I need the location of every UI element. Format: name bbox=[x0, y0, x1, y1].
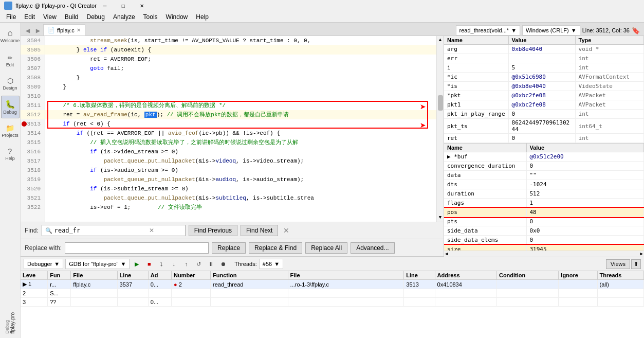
menu-debug[interactable]: Debug bbox=[83, 12, 109, 22]
var-row[interactable]: *pkt@0xbc2fe08AVPacket bbox=[444, 91, 644, 100]
tabbar: ◀ ▶ 📄 ffplay.c ✕ read_thread(void...* ▼ … bbox=[21, 23, 644, 36]
minimize-button[interactable]: ─ bbox=[97, 1, 113, 10]
replace-input[interactable] bbox=[68, 244, 181, 252]
sidebar-item-debug[interactable]: 🐛 Debug bbox=[1, 96, 20, 118]
app-icon bbox=[4, 2, 12, 10]
views-expand-button[interactable]: ⬆ bbox=[631, 259, 641, 269]
menu-build[interactable]: Build bbox=[61, 12, 83, 22]
var-row[interactable]: flags1 bbox=[444, 199, 644, 208]
menu-edit[interactable]: Edit bbox=[20, 12, 39, 22]
var-row[interactable]: pts0 bbox=[444, 217, 644, 226]
menu-view[interactable]: View bbox=[39, 12, 61, 22]
project-label[interactable]: ffplay-pro Debug bbox=[5, 312, 15, 334]
var-row[interactable]: dts-1024 bbox=[444, 180, 644, 189]
dbg-record-btn[interactable]: ⏺ bbox=[218, 259, 228, 269]
var-row[interactable]: *ic@0x51c6980AVFormatContext bbox=[444, 73, 644, 82]
sidebar-item-edit[interactable]: ✏ Edit bbox=[1, 48, 20, 71]
location-label: Line: 3512, Col: 36 bbox=[582, 27, 630, 33]
find-previous-button[interactable]: Find Previous bbox=[189, 225, 237, 236]
views-button[interactable]: Views bbox=[606, 259, 630, 269]
bp-row-3[interactable]: 3 ?? 0... bbox=[21, 298, 644, 307]
code-view[interactable]: stream_seek(is, start_time != AV_NOPTS_V… bbox=[45, 36, 436, 222]
var-row[interactable]: convergence_duration0 bbox=[444, 162, 644, 171]
encoding-dropdown[interactable]: Windows (CRLF) ▼ bbox=[522, 25, 580, 35]
gdb-dropdown-arrow: ▼ bbox=[120, 261, 126, 267]
dbg-step-over-btn[interactable]: ⤵ bbox=[156, 259, 167, 269]
debugger-dropdown[interactable]: Debugger ▼ bbox=[24, 259, 63, 269]
var-row[interactable]: ▶ *buf@0x51c2e00 bbox=[444, 152, 644, 162]
dbg-step-out-btn[interactable]: ↑ bbox=[181, 259, 191, 269]
bp-col-address: Address bbox=[435, 271, 496, 280]
add-bookmark-btn[interactable]: 🔖 bbox=[632, 27, 640, 34]
code-line-3517: packet_queue_put_nullpacket(&is->videoq,… bbox=[45, 156, 436, 166]
title-text: ffplay.c @ ffplay-pro - Qt Creator bbox=[15, 3, 97, 9]
var-row-pos[interactable]: pos48 bbox=[444, 208, 644, 217]
vertical-scrollbar[interactable]: ▲ ▼ bbox=[436, 36, 444, 222]
sidebar-item-design[interactable]: ⬡ Design bbox=[1, 72, 20, 95]
find-bar: Find: 🔍 ✕ Find Previous Find Next ✕ bbox=[21, 222, 444, 239]
replace-button[interactable]: Replace bbox=[212, 242, 246, 254]
code-line-3521: packet_queue_put_nullpacket(&is->subtitl… bbox=[45, 193, 436, 203]
code-line-3516: if (is->video_stream >= 0) bbox=[45, 147, 436, 156]
var-row[interactable]: side_data_elems0 bbox=[444, 236, 644, 245]
find-next-button[interactable]: Find Next bbox=[241, 225, 278, 236]
menu-tools[interactable]: Tools bbox=[139, 12, 162, 22]
dbg-continue-btn[interactable]: ▶ bbox=[132, 259, 142, 269]
find-close-btn[interactable]: ✕ bbox=[283, 226, 289, 235]
var-row[interactable]: side_data0x0 bbox=[444, 226, 644, 236]
col-name: Name bbox=[444, 36, 508, 45]
menu-analyze[interactable]: Analyze bbox=[109, 12, 139, 22]
bp-col-ad: Ad bbox=[148, 271, 171, 280]
bottom-variables-section: Name Value ▶ *buf@0x51c2e00 convergence_… bbox=[444, 144, 644, 257]
bp-col-function: Function bbox=[211, 271, 288, 280]
replace-label: Replace with: bbox=[25, 244, 62, 252]
sidebar-item-help[interactable]: ? Help bbox=[1, 143, 20, 166]
var-row[interactable]: i5int bbox=[444, 63, 644, 73]
code-line-3520: if (is->subtitle_stream >= 0) bbox=[45, 184, 436, 193]
var-row[interactable]: errint bbox=[444, 54, 644, 63]
gdb-dropdown[interactable]: GDB for "ffplay-pro" ▼ bbox=[65, 259, 130, 269]
find-clear-btn[interactable]: ✕ bbox=[149, 227, 154, 234]
thread-value: #56 bbox=[263, 261, 272, 267]
tab-nav-back[interactable]: ◀ bbox=[23, 25, 33, 35]
var-row[interactable]: pkt1@0xbc2fe08AVPacket bbox=[444, 100, 644, 110]
thread-dropdown[interactable]: #56 ▼ bbox=[259, 259, 283, 269]
sidebar-item-welcome[interactable]: ⌂ Welcome bbox=[1, 25, 20, 47]
bp-row-2[interactable]: 2 S... bbox=[21, 289, 644, 298]
tab-nav-forward[interactable]: ▶ bbox=[33, 25, 43, 35]
code-line-3519: packet_queue_put_nullpacket(&is->audioq,… bbox=[45, 175, 436, 184]
replace-find-button[interactable]: Replace & Find bbox=[249, 242, 302, 254]
close-button[interactable]: ✕ bbox=[134, 1, 150, 10]
replace-all-button[interactable]: Replace All bbox=[305, 242, 347, 254]
dbg-stop-btn[interactable]: ■ bbox=[144, 259, 154, 269]
var-row[interactable]: pkt_in_play_range0int bbox=[444, 110, 644, 119]
threads-container: Threads: #56 ▼ bbox=[234, 259, 283, 269]
function-dropdown[interactable]: read_thread(void...* ▼ bbox=[456, 25, 521, 35]
tab-ffplay-c[interactable]: 📄 ffplay.c ✕ bbox=[43, 24, 85, 35]
var-row[interactable]: data"" bbox=[444, 171, 644, 180]
sidebar-item-projects[interactable]: 📁 Projects bbox=[1, 119, 20, 142]
var-row[interactable]: pkt_ts86242449770961302​44int64_t bbox=[444, 119, 644, 134]
titlebar: ffplay.c @ ffplay-pro - Qt Creator ─ □ ✕ bbox=[0, 0, 644, 11]
horizontal-scrollbar-right[interactable]: ◀ ▶ bbox=[444, 251, 644, 257]
var-row[interactable]: duration512 bbox=[444, 189, 644, 199]
advanced-button[interactable]: Advanced... bbox=[351, 242, 394, 254]
find-label: Find: bbox=[25, 227, 39, 234]
dbg-step-into-btn[interactable]: ↓ bbox=[169, 259, 179, 269]
var-row[interactable]: ret0int bbox=[444, 134, 644, 143]
code-line-3508: } bbox=[45, 73, 436, 82]
find-input[interactable] bbox=[54, 227, 147, 234]
debugger-dropdown-arrow: ▼ bbox=[54, 261, 60, 267]
code-line-3514: if ((ret == AVERROR_EOF || avio_feof(ic-… bbox=[45, 129, 436, 138]
line-numbers: 3504 3505 3506 3507 3508 3509 3510 3511 … bbox=[21, 36, 45, 222]
var-row[interactable]: arg0xb8e4040void * bbox=[444, 45, 644, 54]
menu-file[interactable]: File bbox=[2, 12, 20, 22]
bp-row-1[interactable]: ▶ 1 r... ffplay.c 3537 0... ● 2 read_thr… bbox=[21, 280, 644, 289]
var-row[interactable]: *is@0xb8e4040VideoState bbox=[444, 82, 644, 91]
dbg-interrupt-btn[interactable]: ⏸ bbox=[206, 259, 216, 269]
maximize-button[interactable]: □ bbox=[115, 1, 132, 10]
tab-close[interactable]: ✕ bbox=[77, 27, 81, 33]
menu-window[interactable]: Window bbox=[162, 12, 192, 22]
dbg-reset-btn[interactable]: ↺ bbox=[193, 259, 204, 269]
menu-help[interactable]: Help bbox=[192, 12, 213, 22]
